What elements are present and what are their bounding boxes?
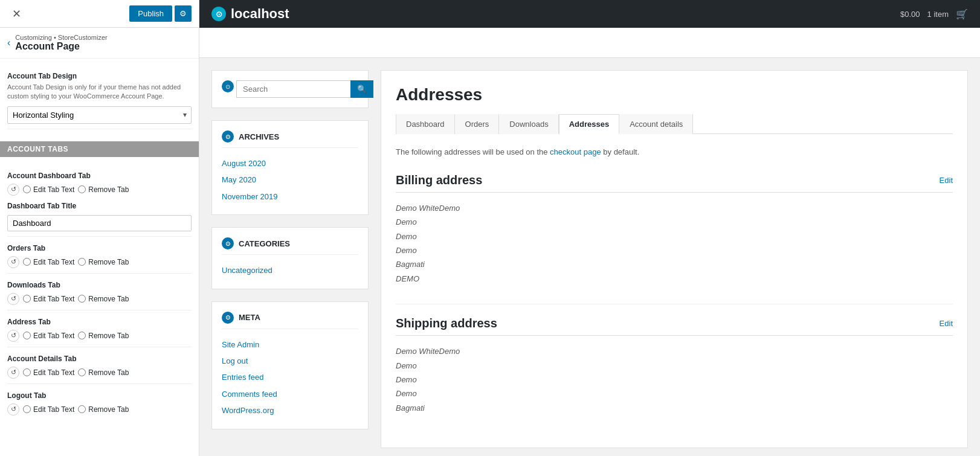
- shipping-line-5: Bagmati: [396, 401, 953, 415]
- address-edit-label: Edit Tab Text: [33, 332, 74, 340]
- orders-edit-radio[interactable]: [23, 258, 31, 266]
- tab-addresses[interactable]: Addresses: [559, 114, 619, 134]
- dashboard-remove-radio-group[interactable]: Remove Tab: [78, 185, 129, 194]
- account-page-title: Addresses: [396, 85, 953, 104]
- orders-edit-label: Edit Tab Text: [33, 258, 74, 266]
- account-details-tab-row: ↺ Edit Tab Text Remove Tab: [7, 367, 192, 379]
- tab-account-details[interactable]: Account details: [619, 114, 693, 134]
- categories-icon: ⊙: [222, 237, 234, 249]
- archives-link-may2020[interactable]: May 2020: [222, 172, 358, 188]
- address-remove-radio[interactable]: [78, 332, 86, 339]
- orders-remove-radio[interactable]: [78, 258, 86, 266]
- main-content: ⊙ 🔍 ⊙ ARCHIVES August 2020 May 2020 Nove…: [199, 58, 980, 456]
- downloads-edit-label: Edit Tab Text: [33, 295, 74, 303]
- account-tabs: Dashboard Orders Downloads Addresses Acc…: [396, 114, 953, 134]
- account-details-edit-radio-group[interactable]: Edit Tab Text: [23, 368, 74, 377]
- categories-widget-title: ⊙ CATEGORIES: [222, 237, 358, 255]
- logout-edit-radio-group[interactable]: Edit Tab Text: [23, 405, 74, 414]
- dashboard-tab-row: ↺ Edit Tab Text Remove Tab: [7, 184, 192, 196]
- tab-dashboard[interactable]: Dashboard: [396, 114, 455, 134]
- back-chevron-icon[interactable]: ‹: [7, 37, 10, 48]
- logout-remove-radio[interactable]: [78, 405, 86, 413]
- meta-link-wordpress[interactable]: WordPress.org: [222, 402, 358, 419]
- cart-price: $0.00: [900, 10, 920, 19]
- account-tab-design-note: Account Tab Design is only for if your t…: [7, 83, 192, 101]
- orders-remove-radio-group[interactable]: Remove Tab: [78, 258, 129, 266]
- account-details-edit-radio[interactable]: [23, 368, 31, 376]
- categories-title: CATEGORIES: [239, 239, 290, 248]
- downloads-remove-label: Remove Tab: [88, 295, 129, 303]
- dashboard-remove-radio[interactable]: [78, 185, 86, 193]
- meta-link-entries-feed[interactable]: Entries feed: [222, 369, 358, 385]
- downloads-refresh-button[interactable]: ↺: [7, 293, 19, 305]
- search-button[interactable]: 🔍: [350, 80, 373, 98]
- account-details-refresh-button[interactable]: ↺: [7, 367, 19, 379]
- downloads-edit-radio[interactable]: [23, 295, 31, 303]
- categories-link-uncategorized[interactable]: Uncategorized: [222, 262, 358, 278]
- dashboard-edit-radio[interactable]: [23, 185, 31, 193]
- dashboard-edit-radio-group[interactable]: Edit Tab Text: [23, 185, 74, 194]
- orders-edit-radio-group[interactable]: Edit Tab Text: [23, 258, 74, 266]
- downloads-remove-radio[interactable]: [78, 295, 86, 303]
- address-remove-radio-group[interactable]: Remove Tab: [78, 332, 129, 340]
- logout-edit-radio[interactable]: [23, 405, 31, 413]
- address-refresh-button[interactable]: ↺: [7, 330, 19, 342]
- top-nav: ⊙ localhost $0.00 1 item 🛒: [199, 0, 980, 28]
- meta-widget-title: ⊙ META: [222, 312, 358, 329]
- billing-line-6: DEMO: [396, 272, 953, 286]
- left-panel: ✕ Publish ⚙ ‹ Customizing • StoreCustomi…: [0, 0, 199, 456]
- archives-icon: ⊙: [222, 130, 234, 143]
- account-details-edit-label: Edit Tab Text: [33, 368, 74, 377]
- meta-link-site-admin[interactable]: Site Admin: [222, 336, 358, 353]
- search-widget-form: ⊙ 🔍: [222, 80, 358, 98]
- styling-dropdown[interactable]: Horizontal Styling Vertical Styling: [7, 106, 192, 124]
- close-button[interactable]: ✕: [7, 5, 26, 23]
- billing-line-2: Demo: [396, 215, 953, 229]
- shipping-address-section: Shipping address Edit Demo WhiteDemo Dem…: [396, 316, 953, 415]
- checkout-link[interactable]: checkout page: [550, 147, 601, 156]
- dashboard-tab-label: Account Dashboard Tab: [7, 172, 192, 180]
- cart-icon[interactable]: 🛒: [956, 8, 968, 20]
- shipping-line-2: Demo: [396, 359, 953, 373]
- left-content: Account Tab Design Account Tab Design is…: [0, 59, 199, 141]
- account-details-remove-radio[interactable]: [78, 368, 86, 376]
- logout-refresh-button[interactable]: ↺: [7, 403, 19, 416]
- downloads-remove-radio-group[interactable]: Remove Tab: [78, 295, 129, 303]
- shipping-edit-link[interactable]: Edit: [940, 319, 953, 328]
- styling-dropdown-wrapper[interactable]: Horizontal Styling Vertical Styling ▾: [7, 106, 192, 124]
- dashboard-title-input[interactable]: [7, 215, 192, 231]
- billing-edit-link[interactable]: Edit: [940, 176, 953, 185]
- dashboard-refresh-button[interactable]: ↺: [7, 184, 19, 196]
- secondary-nav: [199, 28, 980, 58]
- archives-link-nov2019[interactable]: November 2019: [222, 188, 358, 205]
- meta-widget: ⊙ META Site Admin Log out Entries feed C…: [211, 301, 369, 429]
- meta-link-log-out[interactable]: Log out: [222, 353, 358, 369]
- left-header: ✕ Publish ⚙: [0, 0, 199, 28]
- meta-link-comments-feed[interactable]: Comments feed: [222, 386, 358, 402]
- back-nav: ‹ Customizing • StoreCustomizer Account …: [0, 28, 199, 59]
- tab-orders[interactable]: Orders: [455, 114, 500, 134]
- archives-link-aug2020[interactable]: August 2020: [222, 155, 358, 172]
- billing-address-header: Billing address Edit: [396, 173, 953, 193]
- logout-tab-label: Logout Tab: [7, 391, 192, 400]
- tab-downloads[interactable]: Downloads: [499, 114, 558, 134]
- billing-line-1: Demo WhiteDemo: [396, 201, 953, 215]
- orders-tab-label: Orders Tab: [7, 244, 192, 252]
- search-widget: ⊙ 🔍: [211, 70, 369, 108]
- search-input[interactable]: [236, 80, 350, 98]
- account-details-remove-label: Remove Tab: [88, 368, 129, 377]
- categories-widget: ⊙ CATEGORIES Uncategorized: [211, 227, 369, 289]
- cart-count: 1 item: [927, 10, 949, 19]
- downloads-edit-radio-group[interactable]: Edit Tab Text: [23, 295, 74, 303]
- shipping-address-title: Shipping address: [396, 316, 497, 330]
- address-edit-radio[interactable]: [23, 332, 31, 339]
- address-edit-radio-group[interactable]: Edit Tab Text: [23, 332, 74, 340]
- address-tab-label: Address Tab: [7, 318, 192, 326]
- logout-remove-radio-group[interactable]: Remove Tab: [78, 405, 129, 414]
- orders-refresh-button[interactable]: ↺: [7, 256, 19, 268]
- addresses-intro: The following addresses will be used on …: [396, 146, 953, 159]
- publish-settings-button[interactable]: ⚙: [175, 5, 192, 22]
- account-details-remove-radio-group[interactable]: Remove Tab: [78, 368, 129, 377]
- search-widget-icon: ⊙: [222, 80, 234, 92]
- publish-button[interactable]: Publish: [129, 5, 172, 22]
